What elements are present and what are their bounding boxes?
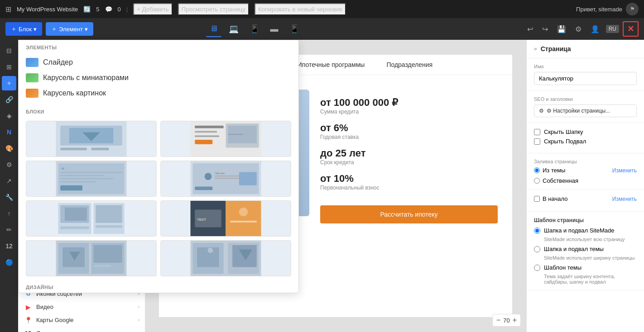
image-carousel-icon	[26, 89, 38, 98]
desktop-device-button[interactable]: 🖥	[206, 21, 221, 37]
panel-title: Страница	[541, 45, 571, 52]
topbtn-checkbox[interactable]	[534, 196, 540, 202]
video-icon: ▶	[24, 304, 33, 310]
settings2-icon-btn[interactable]: ⚙	[2, 157, 16, 172]
seo-settings-button[interactable]: ⚙ ⚙ Настройки страницы...	[534, 104, 637, 117]
undo-button[interactable]: ↩	[524, 22, 536, 36]
svg-rect-4	[60, 148, 87, 151]
image-carousel-item[interactable]: Карусель картинок	[26, 85, 291, 101]
link-icon-btn[interactable]: 🔗	[2, 92, 16, 107]
zoom-in-button[interactable]: +	[513, 316, 517, 324]
block-thumb-3[interactable]: 4k	[26, 161, 157, 197]
topbtn-change-link[interactable]: Изменить	[612, 196, 637, 202]
block-thumb-6[interactable]: TEXT	[160, 200, 291, 237]
save-button[interactable]: 💾	[554, 22, 569, 36]
plus-icon-el: ＋	[51, 25, 57, 33]
thumbnail-carousel-item[interactable]: Карусель с миниатюрами	[26, 70, 291, 85]
add-block-button[interactable]: ＋ Блок ▾	[5, 22, 42, 36]
hide-header-checkbox[interactable]	[534, 129, 540, 135]
svg-rect-27	[195, 187, 212, 190]
fill-theme-radio[interactable]	[534, 167, 540, 173]
add-element-button[interactable]: ＋ Элемент ▾	[46, 22, 93, 36]
language-badge[interactable]: RU	[606, 25, 619, 33]
stat-row-3: от 10% Первоначальный взнос	[320, 173, 498, 191]
svg-rect-16	[60, 172, 122, 173]
template-theme-radio[interactable]	[534, 265, 540, 271]
widgets-icon-btn[interactable]: ⊞	[2, 60, 16, 74]
rp-name-section: Имя	[527, 58, 644, 91]
arrow-icon: ›	[138, 304, 139, 309]
calculate-button[interactable]: Рассчитать ипотеку	[320, 205, 498, 223]
nav-subdivisions[interactable]: Подразделения	[386, 61, 433, 68]
block-thumb-5[interactable]	[26, 200, 157, 237]
hide-header-row: Скрыть Шапку	[534, 128, 637, 135]
zoom-out-button[interactable]: −	[496, 316, 500, 324]
svg-rect-36	[60, 227, 89, 229]
right-panel-header: » Страница	[527, 40, 644, 58]
svg-rect-34	[96, 205, 122, 223]
add-active-icon-btn[interactable]: ＋	[2, 76, 16, 90]
template-section-title: Шаблон страницы	[534, 217, 637, 223]
share-icon-btn[interactable]: ↑	[2, 206, 16, 221]
nav-programs[interactable]: Ипотечные программы	[298, 61, 365, 68]
svg-rect-5	[91, 148, 109, 151]
fill-theme-label: Из темы	[543, 167, 565, 174]
block-thumb-7[interactable]	[26, 240, 157, 276]
user-avatar[interactable]: ⚑	[626, 3, 639, 15]
right-panel: » Страница Имя SEO и заголовки ⚙ ⚙ Настр…	[526, 40, 644, 332]
fill-theme-change-link[interactable]: Изменить	[612, 167, 637, 174]
n-icon-btn[interactable]: N	[2, 125, 16, 139]
tool-icon-btn[interactable]: 🔧	[2, 190, 16, 204]
fill-custom-radio[interactable]	[534, 178, 540, 184]
copy-draft-button[interactable]: Копировать в новый черновик	[255, 3, 346, 15]
svg-rect-18	[60, 178, 113, 179]
block-thumb-2[interactable]	[160, 121, 291, 157]
hide-footer-checkbox[interactable]	[534, 138, 540, 145]
device-selector: 🖥 💻 📱 ▬ 📱	[206, 21, 303, 37]
cursor-icon-btn[interactable]: ↗	[2, 174, 16, 188]
rp-fill-label: Заливка страницы	[534, 159, 637, 164]
slider-element-item[interactable]: Слайдер	[26, 55, 291, 70]
close-button[interactable]: ✕	[623, 21, 639, 37]
mobile-device-button[interactable]: 📱	[286, 21, 303, 37]
template-theme-header-radio[interactable]	[534, 246, 540, 252]
arrow-icon-btn[interactable]: 🔵	[2, 255, 16, 270]
mortgage-stats: от 100 000 000 ₽ Сумма кредита от 6% Год…	[320, 90, 498, 231]
block-thumb-8[interactable]	[160, 240, 291, 276]
svg-rect-11	[195, 135, 219, 137]
template-sitemade-radio[interactable]	[534, 228, 540, 234]
block-thumb-4[interactable]: Title text	[160, 161, 291, 197]
redo-button[interactable]: ↪	[539, 22, 551, 36]
map-icon-btn[interactable]: ◈	[2, 109, 16, 123]
layers-icon-btn[interactable]: ⊟	[2, 43, 16, 58]
blocks-section-header: БЛОКИ	[19, 104, 298, 117]
view-page-button[interactable]: Просмотреть страницу	[178, 3, 249, 15]
element-item-counter[interactable]: 12 Счетчик ›	[18, 327, 145, 332]
hide-footer-row: Скрыть Подвал	[534, 138, 637, 145]
tablet-device-button[interactable]: 📱	[246, 21, 263, 37]
stat-label-2: Срок кредита	[320, 159, 498, 166]
add-button[interactable]: + Добавить	[133, 3, 172, 15]
pen-icon-btn[interactable]: ✏	[2, 223, 16, 237]
template-theme-label: Шаблон темы	[544, 264, 582, 271]
site-name: My WordPress Website	[17, 6, 78, 13]
block-thumb-1[interactable]	[26, 121, 157, 157]
greeting-text: Привет, sitemade	[576, 6, 622, 13]
element-item-video[interactable]: ▶ Видео ›	[18, 300, 145, 313]
settings-button[interactable]: ⚙	[572, 22, 584, 36]
twelve-icon-btn[interactable]: 12	[2, 239, 16, 253]
maps-icon: 📍	[24, 317, 33, 323]
rp-visibility-section: Скрыть Шапку Скрыть Подвал	[527, 123, 644, 153]
element-item-maps[interactable]: 📍 Карты Google ›	[18, 313, 145, 327]
template-theme-row: Шаблон темы	[534, 264, 637, 271]
fill-row-1: Из темы Изменить	[534, 167, 637, 174]
profile-button[interactable]: 👤	[588, 22, 602, 36]
template-theme-header-row: Шапка и подвал темы	[534, 246, 637, 252]
palette-icon-btn[interactable]: 🎨	[2, 141, 16, 156]
rp-name-input[interactable]	[534, 72, 637, 85]
chevron-down-icon: ▾	[34, 26, 37, 33]
designs-section-header: ДИЗАЙНЫ	[19, 280, 298, 293]
tablet-h-device-button[interactable]: ▬	[267, 22, 282, 37]
wordpress-icon: ⊞	[5, 5, 11, 14]
laptop-device-button[interactable]: 💻	[225, 21, 242, 37]
